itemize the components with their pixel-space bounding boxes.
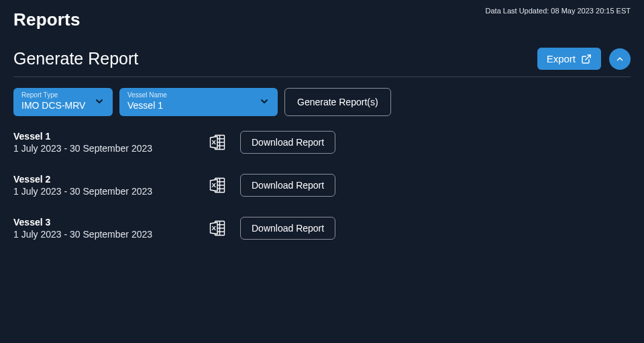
chevron-up-icon <box>615 54 625 64</box>
chevron-down-icon <box>259 96 270 107</box>
last-updated: Data Last Updated: 08 May 2023 20:15 EST <box>486 7 631 15</box>
vessel-name: Vessel 3 <box>13 217 195 228</box>
generate-reports-button[interactable]: Generate Report(s) <box>284 88 391 116</box>
results-list: Vessel 1 1 July 2023 - 30 September 2023… <box>0 116 644 240</box>
section-title: Generate Report <box>13 49 138 68</box>
vessel-name-select[interactable]: Vessel Name Vessel 1 <box>119 88 278 116</box>
report-type-select[interactable]: Report Type IMO DCS-MRV <box>13 88 113 116</box>
report-type-value: IMO DCS-MRV <box>21 100 85 111</box>
date-range: 1 July 2023 - 30 September 2023 <box>13 186 195 197</box>
page-title: Reports <box>13 9 80 30</box>
svg-line-0 <box>586 55 590 60</box>
excel-icon: X <box>204 219 231 238</box>
result-row: Vessel 3 1 July 2023 - 30 September 2023… <box>13 217 631 240</box>
vessel-name-value: Vessel 1 <box>127 100 167 111</box>
date-range: 1 July 2023 - 30 September 2023 <box>13 229 195 240</box>
export-label: Export <box>547 53 576 64</box>
result-row: Vessel 1 1 July 2023 - 30 September 2023… <box>13 131 631 154</box>
download-report-button[interactable]: Download Report <box>240 131 335 154</box>
external-link-icon <box>581 54 592 64</box>
date-range: 1 July 2023 - 30 September 2023 <box>13 143 195 154</box>
svg-text:X: X <box>212 138 217 145</box>
export-button[interactable]: Export <box>537 48 601 70</box>
vessel-name: Vessel 2 <box>13 174 195 185</box>
svg-text:X: X <box>212 224 217 231</box>
vessel-name-label: Vessel Name <box>127 91 167 99</box>
download-report-button[interactable]: Download Report <box>240 174 335 197</box>
result-row: Vessel 2 1 July 2023 - 30 September 2023… <box>13 174 631 197</box>
download-report-button[interactable]: Download Report <box>240 217 335 240</box>
collapse-button[interactable] <box>609 48 631 70</box>
excel-icon: X <box>204 133 231 152</box>
report-type-label: Report Type <box>21 91 85 99</box>
svg-text:X: X <box>212 181 217 188</box>
excel-icon: X <box>204 176 231 195</box>
chevron-down-icon <box>94 96 105 107</box>
vessel-name: Vessel 1 <box>13 131 195 142</box>
